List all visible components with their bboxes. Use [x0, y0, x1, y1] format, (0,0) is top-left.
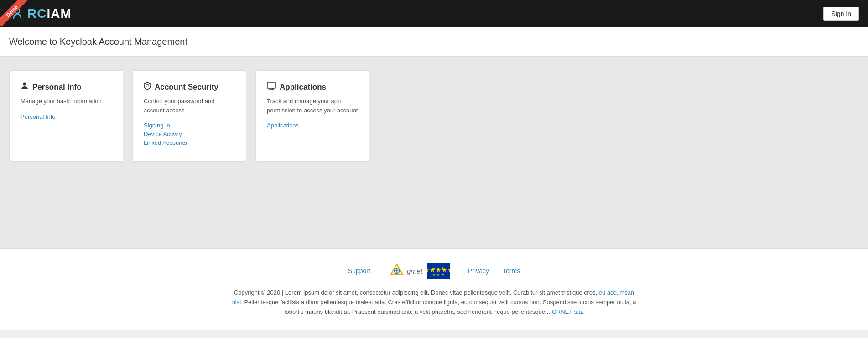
card-header: Applications [267, 82, 358, 92]
card-title: Account Security [155, 83, 218, 92]
card-applications: Applications Track and manage your app p… [255, 70, 369, 162]
grnet-sa-link[interactable]: GRNET s.a. [552, 308, 584, 315]
main-content: Personal Info Manage your basic informat… [0, 57, 868, 248]
footer-nav-right: Privacy Terms [468, 267, 520, 275]
footer-logos: grnet ★★★★★ ★ ★ ★ ★ ★ ★ [389, 263, 450, 279]
footer: Support grnet ★★★★★ ★ [0, 248, 868, 330]
cards-row: Personal Info Manage your basic informat… [9, 70, 859, 162]
card-links: Personal Info [21, 113, 112, 120]
demo-badge: Demo [0, 0, 27, 26]
card-header: Personal Info [21, 82, 112, 92]
card-header: 🛡 Account Security [144, 82, 235, 92]
support-link[interactable]: Support [348, 267, 370, 275]
card-icon-monitor [267, 82, 276, 92]
card-description: Track and manage your app permission to … [267, 97, 358, 115]
eu-flag-svg: ★★★★★ ★ ★ ★ ★ ★ ★ [427, 263, 450, 279]
logo-text: RCIAM [27, 6, 72, 21]
copyright-text: Copyright © 2020 [234, 289, 280, 296]
card-icon-person [21, 82, 29, 92]
signin-button[interactable]: Sign In [823, 7, 859, 21]
demo-ribbon: Demo [0, 0, 32, 32]
privacy-link[interactable]: Privacy [468, 267, 489, 275]
svg-rect-4 [267, 82, 275, 88]
card-description: Manage your basic information [21, 97, 112, 106]
eu-flag: ★★★★★ ★ ★ ★ ★ ★ ★ [427, 263, 450, 279]
welcome-bar: Welcome to Keycloak Account Management [0, 27, 868, 57]
monitor-icon [267, 82, 276, 90]
header: Demo RCIAM Sign In [0, 0, 868, 27]
grnet-icon-svg [389, 263, 405, 279]
card-title: Personal Info [32, 83, 82, 92]
card-links: Signing InDevice ActivityLinked Accounts [144, 122, 235, 146]
footer-nav-left: Support [348, 267, 370, 275]
svg-text:★ ★ ★: ★ ★ ★ [432, 266, 444, 270]
terms-link[interactable]: Terms [503, 267, 520, 275]
card-link-linked-accounts[interactable]: Linked Accounts [144, 139, 235, 146]
logo-iam: IAM [47, 6, 71, 21]
copyright-body: | Lorem ipsum dolor sit amet, consectetu… [280, 289, 598, 296]
card-title: Applications [280, 83, 326, 92]
card-link-personal-info[interactable]: Personal Info [21, 113, 112, 120]
footer-nav: Support grnet ★★★★★ ★ [9, 263, 859, 279]
grnet-text: grnet [407, 267, 422, 275]
card-link-applications[interactable]: Applications [267, 122, 358, 129]
card-links: Applications [267, 122, 358, 129]
svg-point-2 [23, 83, 26, 86]
card-description: Control your password and account access [144, 97, 235, 115]
grnet-logo: grnet [389, 263, 422, 279]
card-link-device-activity[interactable]: Device Activity [144, 131, 235, 137]
card-link-signing-in[interactable]: Signing In [144, 122, 235, 129]
footer-copyright: Copyright © 2020 | Lorem ipsum dolor sit… [229, 288, 639, 317]
page-title: Welcome to Keycloak Account Management [9, 37, 859, 47]
person-icon [21, 82, 29, 90]
card-personal-info: Personal Info Manage your basic informat… [9, 70, 123, 162]
card-icon-shield: 🛡 [144, 82, 151, 92]
card-account-security: 🛡 Account Security Control your password… [132, 70, 246, 162]
svg-text:🛡: 🛡 [146, 84, 149, 88]
svg-text:★ ★ ★: ★ ★ ★ [432, 273, 444, 277]
shield-icon: 🛡 [144, 82, 151, 90]
